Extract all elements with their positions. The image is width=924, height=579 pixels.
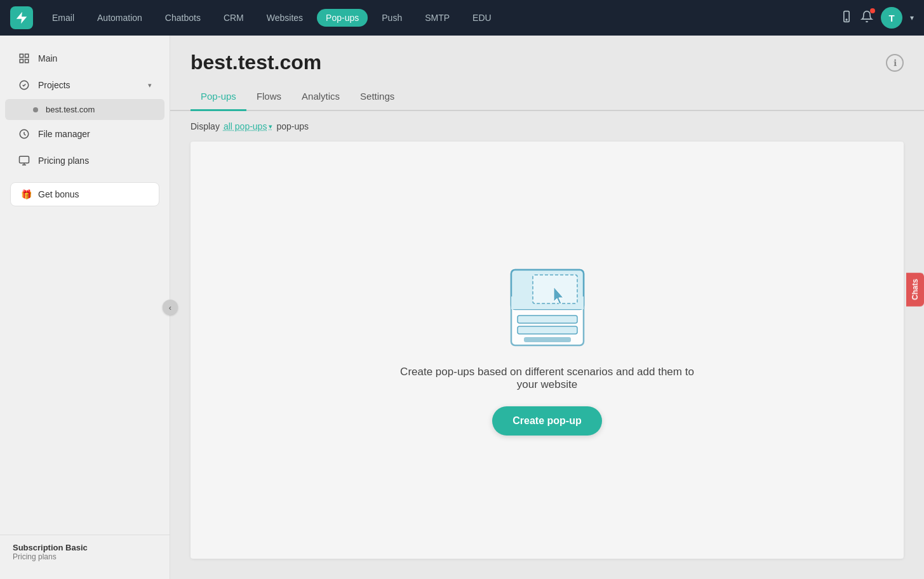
gift-icon: 🎁 xyxy=(21,189,32,199)
svg-rect-16 xyxy=(524,337,571,342)
subitem-dot-icon xyxy=(33,107,38,112)
nav-item-push[interactable]: Push xyxy=(373,9,411,27)
content-toolbar: Display all pop-ups ▾ pop-ups xyxy=(170,111,924,142)
notification-badge xyxy=(870,8,875,13)
tab-settings[interactable]: Settings xyxy=(350,84,405,111)
sidebar-item-pricing-plans-label: Pricing plans xyxy=(38,156,89,166)
tabs-bar: Pop-ups Flows Analytics Settings xyxy=(170,84,924,111)
nav-item-smtp[interactable]: SMTP xyxy=(416,9,459,27)
display-label: Display xyxy=(191,121,220,131)
svg-rect-8 xyxy=(20,156,29,163)
sidebar: Main Projects ▾ best.test.com File manag… xyxy=(0,36,170,579)
empty-state-description: Create pop-ups based on different scenar… xyxy=(389,366,706,391)
nav-item-edu[interactable]: EDU xyxy=(464,9,500,27)
svg-rect-14 xyxy=(518,316,577,323)
nav-item-automation[interactable]: Automation xyxy=(88,9,151,27)
nav-item-email[interactable]: Email xyxy=(43,9,83,27)
info-icon[interactable]: ℹ xyxy=(886,54,904,72)
svg-rect-2 xyxy=(20,54,23,57)
nav-item-chatbots[interactable]: Chatbots xyxy=(156,9,210,27)
sidebar-item-file-manager-label: File manager xyxy=(38,129,90,139)
popups-suffix-label: pop-ups xyxy=(276,121,309,131)
tab-popups[interactable]: Pop-ups xyxy=(191,84,246,111)
svg-rect-4 xyxy=(20,60,23,63)
page-title: best.test.com xyxy=(191,51,321,74)
filter-label: all pop-ups xyxy=(224,121,267,131)
mobile-icon[interactable] xyxy=(840,10,853,26)
svg-rect-15 xyxy=(518,326,577,334)
svg-rect-5 xyxy=(25,60,29,63)
svg-point-1 xyxy=(846,19,847,20)
sidebar-item-best-test-com[interactable]: best.test.com xyxy=(5,99,164,120)
user-avatar[interactable]: T xyxy=(881,7,902,29)
logo[interactable] xyxy=(10,6,33,29)
filter-caret-icon: ▾ xyxy=(269,123,272,131)
nav-item-websites[interactable]: Websites xyxy=(258,9,312,27)
get-bonus-label: Get bonus xyxy=(38,189,79,199)
nav-item-crm[interactable]: CRM xyxy=(215,9,253,27)
create-popup-button[interactable]: Create pop-up xyxy=(492,406,601,436)
avatar-caret-icon[interactable]: ▾ xyxy=(910,13,914,22)
sidebar-item-file-manager[interactable]: File manager xyxy=(5,121,164,147)
pricing-plans-icon xyxy=(18,154,30,167)
file-manager-icon xyxy=(18,128,30,140)
sidebar-item-best-test-com-label: best.test.com xyxy=(46,105,95,114)
projects-icon xyxy=(18,79,30,91)
popup-illustration xyxy=(506,265,589,350)
svg-rect-3 xyxy=(25,54,29,57)
sidebar-footer: Subscription Basic Pricing plans xyxy=(0,535,170,569)
sidebar-item-main[interactable]: Main xyxy=(5,46,164,71)
subscription-label: Subscription Basic xyxy=(13,543,157,552)
pricing-plans-footer-label[interactable]: Pricing plans xyxy=(13,552,157,561)
sidebar-collapse-button[interactable]: ‹ xyxy=(163,300,178,315)
page-header: best.test.com ℹ xyxy=(170,36,924,74)
chats-label: Chats xyxy=(911,279,920,300)
chats-side-button[interactable]: Chats xyxy=(906,272,924,306)
sidebar-item-pricing-plans[interactable]: Pricing plans xyxy=(5,148,164,173)
sidebar-item-projects[interactable]: Projects ▾ xyxy=(5,72,164,98)
sidebar-item-projects-label: Projects xyxy=(38,80,70,90)
nav-item-popups[interactable]: Pop-ups xyxy=(317,9,368,27)
get-bonus-button[interactable]: 🎁 Get bonus xyxy=(10,182,159,206)
sidebar-item-main-label: Main xyxy=(38,53,57,63)
projects-caret-icon: ▾ xyxy=(148,81,152,90)
tab-flows[interactable]: Flows xyxy=(246,84,291,111)
top-navigation: Email Automation Chatbots CRM Websites P… xyxy=(0,0,924,36)
notification-bell-icon[interactable] xyxy=(860,10,873,26)
filter-dropdown[interactable]: all pop-ups ▾ xyxy=(224,121,273,131)
grid-icon xyxy=(18,52,30,65)
empty-state-panel: Create pop-ups based on different scenar… xyxy=(191,142,904,559)
tab-analytics[interactable]: Analytics xyxy=(291,84,350,111)
content-area: Display all pop-ups ▾ pop-ups xyxy=(170,111,924,579)
main-content: best.test.com ℹ Pop-ups Flows Analytics … xyxy=(170,36,924,579)
